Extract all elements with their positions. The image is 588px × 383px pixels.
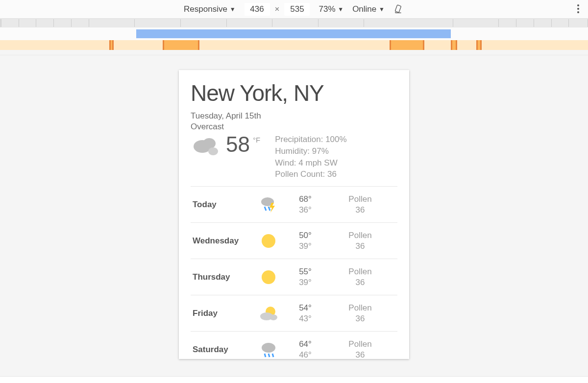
forecast-high: 54° (286, 303, 325, 313)
ruler-tick[interactable] (453, 19, 499, 27)
forecast-row: Saturday64°46°Pollen36 (191, 332, 397, 359)
throttle-dropdown[interactable]: Online ▼ (352, 4, 385, 14)
pollen-value: 36 (325, 277, 395, 287)
ruler-tick[interactable] (516, 19, 534, 27)
mq-segment[interactable] (390, 40, 423, 50)
pollen-label: Pollen (325, 339, 395, 349)
ruler-tick[interactable] (499, 19, 516, 27)
svg-rect-0 (395, 4, 401, 12)
ruler-tick[interactable] (227, 19, 273, 27)
wind-value: 4 mph SW (298, 158, 337, 168)
ruler-tick[interactable] (36, 19, 54, 27)
condition-text: Overcast (191, 122, 397, 132)
ruler-tick[interactable] (19, 19, 37, 27)
pollen-value: 36 (325, 241, 395, 251)
mq-edge[interactable] (163, 40, 164, 50)
forecast-high: 50° (286, 230, 325, 240)
ruler-tracks (0, 19, 588, 50)
ruler-tick[interactable] (54, 19, 72, 27)
mq-segment[interactable] (163, 40, 198, 50)
svg-point-2 (577, 8, 579, 10)
zoom-value: 73% (318, 4, 335, 14)
media-query-bar-maxwidth[interactable] (0, 28, 588, 39)
ruler-tick[interactable] (272, 19, 318, 27)
humidity-label: Humidity: (275, 146, 310, 156)
date-text: Tuesday, April 15th (191, 111, 397, 121)
mq-edge[interactable] (423, 40, 424, 50)
mq-edge[interactable] (390, 40, 391, 50)
pollen-label: Pollen (325, 194, 395, 204)
forecast-low: 39° (286, 241, 325, 251)
forecast-pollen: Pollen36 (325, 194, 395, 215)
forecast-pollen: Pollen36 (325, 230, 395, 251)
mq-edge[interactable] (109, 40, 111, 50)
mq-segment[interactable] (136, 29, 451, 38)
forecast-row: Friday54°43°Pollen36 (191, 295, 397, 332)
weather-card: New York, NY Tuesday, April 15th Overcas… (179, 70, 409, 359)
forecast-pollen: Pollen36 (325, 266, 395, 287)
forecast-row: Today68°36°Pollen36 (191, 187, 397, 223)
mq-edge[interactable] (451, 40, 452, 50)
forecast-high: 55° (286, 266, 325, 277)
throttle-label: Online (352, 4, 376, 14)
svg-point-13 (262, 343, 275, 353)
svg-point-9 (262, 270, 275, 284)
forecast-sun-icon (251, 267, 286, 287)
current-temp: 58 (226, 134, 250, 155)
pollen-value: 36 (325, 350, 395, 359)
precip-value: 100% (325, 135, 346, 144)
forecast-low: 43° (286, 313, 325, 324)
rotate-icon[interactable] (393, 4, 404, 15)
ruler-tick[interactable] (135, 19, 181, 27)
ruler-tick[interactable] (72, 19, 89, 27)
ruler-tick[interactable] (1, 19, 19, 27)
zoom-dropdown[interactable]: 73% ▼ (318, 4, 343, 14)
device-toolbar: Responsive ▼ × 73% ▼ Online ▼ (0, 0, 588, 19)
forecast-day: Friday (193, 309, 251, 318)
dimension-separator: × (275, 4, 280, 14)
forecast-row: Wednesday50°39°Pollen36 (191, 223, 397, 259)
responsive-ruler[interactable] (0, 19, 588, 27)
caret-down-icon: ▼ (379, 6, 385, 13)
caret-down-icon: ▼ (338, 6, 343, 13)
ruler-tick[interactable] (569, 19, 588, 27)
caret-down-icon: ▼ (230, 6, 236, 13)
more-options-icon[interactable] (577, 4, 579, 16)
humidity-value: 97% (312, 146, 329, 156)
forecast-sun-icon (251, 231, 286, 251)
forecast-row: Thursday55°39°Pollen36 (191, 259, 397, 295)
mq-edge[interactable] (456, 40, 457, 50)
pollen-label: Pollen (325, 266, 395, 277)
mq-edge[interactable] (198, 40, 199, 50)
media-query-bar-minwidth[interactable] (0, 40, 588, 50)
forecast-temps: 55°39° (286, 266, 325, 287)
mq-edge[interactable] (480, 40, 482, 50)
devtools-drawer-strip[interactable] (0, 376, 588, 383)
ruler-tick[interactable] (364, 19, 453, 27)
svg-point-3 (577, 11, 579, 13)
forecast-day: Wednesday (193, 236, 251, 246)
temp-unit: °F (253, 136, 260, 144)
weather-meta: Precipitation: 100% Humidity: 97% Wind: … (275, 134, 347, 180)
forecast-thunder-icon (251, 195, 286, 215)
device-dropdown[interactable]: Responsive ▼ (184, 4, 235, 14)
pollen-value: 36 (325, 313, 395, 324)
svg-point-6 (208, 147, 218, 155)
ruler-tick[interactable] (318, 19, 365, 27)
current-conditions: 58 °F Precipitation: 100% Humidity: 97% … (191, 134, 397, 180)
svg-point-8 (262, 234, 275, 248)
simulated-viewport: New York, NY Tuesday, April 15th Overcas… (179, 70, 409, 359)
pollen-label: Pollen (325, 303, 395, 313)
forecast-low: 36° (286, 205, 325, 215)
ruler-tick[interactable] (89, 19, 135, 27)
ruler-tick[interactable] (552, 19, 569, 27)
mq-edge[interactable] (112, 40, 114, 50)
mq-edge[interactable] (476, 40, 478, 50)
forecast-pollen: Pollen36 (325, 303, 395, 324)
ruler-tick[interactable] (181, 19, 227, 27)
ruler-tick[interactable] (534, 19, 552, 27)
width-input[interactable] (245, 3, 270, 16)
height-input[interactable] (284, 3, 310, 16)
forecast-rain-icon (251, 340, 286, 359)
svg-point-5 (203, 138, 216, 149)
